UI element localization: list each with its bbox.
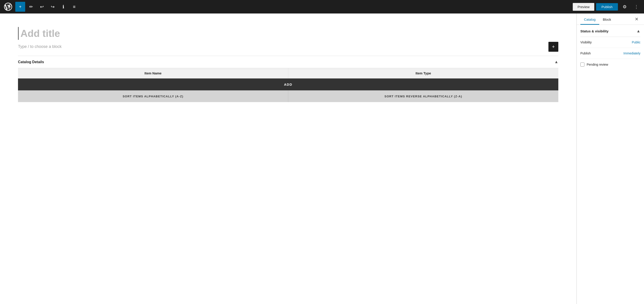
sidebar-close-button[interactable]: ✕ xyxy=(633,14,640,24)
panel-header: Status & visibility ▲ xyxy=(580,25,640,37)
redo-icon: ↪ xyxy=(51,4,55,10)
main-layout: Type / to choose a block + Catalog Detai… xyxy=(0,14,644,304)
sidebar-tabs: Catalog Block ✕ xyxy=(577,14,644,25)
col-header-item-type: Item Type xyxy=(288,68,558,78)
catalog-details-header: Catalog Details ▲ xyxy=(18,56,558,68)
chevron-up-icon: ▲ xyxy=(554,60,558,64)
col-header-item-name: Item Name xyxy=(18,68,288,78)
publish-label: Publish xyxy=(580,52,591,55)
undo-icon: ↩ xyxy=(40,4,44,10)
settings-icon: ⚙ xyxy=(623,4,627,10)
sort-row: SORT ITEMS ALPHABETICALLY (A-Z) SORT ITE… xyxy=(18,90,558,102)
publish-value[interactable]: Immediately xyxy=(624,52,640,55)
toolbar: + ✏ ↩ ↪ ℹ ≡ Preview Publish ⚙ ⋮ xyxy=(0,0,644,14)
chevron-up-icon-panel: ▲ xyxy=(636,29,640,33)
tab-catalog[interactable]: Catalog xyxy=(580,14,599,24)
plus-icon: + xyxy=(19,4,22,10)
wordpress-icon xyxy=(4,3,12,11)
pending-review-checkbox[interactable] xyxy=(580,62,584,66)
close-icon: ✕ xyxy=(635,16,638,22)
sort-az-button[interactable]: SORT ITEMS ALPHABETICALLY (A-Z) xyxy=(18,90,288,102)
catalog-details-section: Catalog Details ▲ Item Name Item Type AD… xyxy=(18,56,558,102)
tab-block[interactable]: Block xyxy=(599,14,615,24)
undo-button[interactable]: ↩ xyxy=(37,2,47,12)
sidebar: Catalog Block ✕ Status & visibility ▲ Vi… xyxy=(576,14,644,304)
add-block-button[interactable]: + xyxy=(15,2,25,12)
editor-area: Type / to choose a block + Catalog Detai… xyxy=(0,14,576,304)
list-view-button[interactable]: ≡ xyxy=(69,2,79,12)
info-icon: ℹ xyxy=(62,4,64,10)
status-visibility-panel: Status & visibility ▲ Visibility Public … xyxy=(577,25,644,70)
edit-icon: ✏ xyxy=(29,4,33,10)
sort-za-button[interactable]: SORT ITEMS REVERSE ALPHABETICALLY (Z-A) xyxy=(288,90,558,102)
catalog-details-title: Catalog Details xyxy=(18,60,44,64)
catalog-collapse-button[interactable]: ▲ xyxy=(554,60,558,64)
panel-title: Status & visibility xyxy=(580,29,608,33)
preview-button[interactable]: Preview xyxy=(573,3,594,11)
settings-button[interactable]: ⚙ xyxy=(620,2,630,12)
visibility-row: Visibility Public xyxy=(580,37,640,48)
pending-review-label: Pending review xyxy=(587,63,608,66)
panel-toggle-button[interactable]: ▲ xyxy=(636,29,640,34)
post-title-input[interactable] xyxy=(18,27,558,40)
info-button[interactable]: ℹ xyxy=(58,2,68,12)
edit-button[interactable]: ✏ xyxy=(26,2,36,12)
toolbar-right-actions: Preview Publish ⚙ ⋮ xyxy=(573,2,641,12)
more-options-button[interactable]: ⋮ xyxy=(632,2,641,12)
catalog-table-header: Item Name Item Type xyxy=(18,68,558,78)
redo-button[interactable]: ↪ xyxy=(48,2,58,12)
publish-row: Publish Immediately xyxy=(580,48,640,59)
more-icon: ⋮ xyxy=(634,4,638,10)
wp-logo[interactable] xyxy=(3,0,14,14)
block-placeholder-text: Type / to choose a block xyxy=(18,44,62,49)
plus-icon-inline: + xyxy=(552,44,555,50)
publish-button[interactable]: Publish xyxy=(596,3,618,10)
add-block-inline-button[interactable]: + xyxy=(548,42,558,52)
block-placeholder-area[interactable]: Type / to choose a block + xyxy=(18,44,558,49)
visibility-label: Visibility xyxy=(580,40,592,44)
add-item-row[interactable]: ADD xyxy=(18,78,558,90)
add-item-label: ADD xyxy=(284,82,292,86)
visibility-value[interactable]: Public xyxy=(632,40,640,44)
pending-review-row: Pending review xyxy=(580,59,640,70)
list-icon: ≡ xyxy=(73,4,76,10)
